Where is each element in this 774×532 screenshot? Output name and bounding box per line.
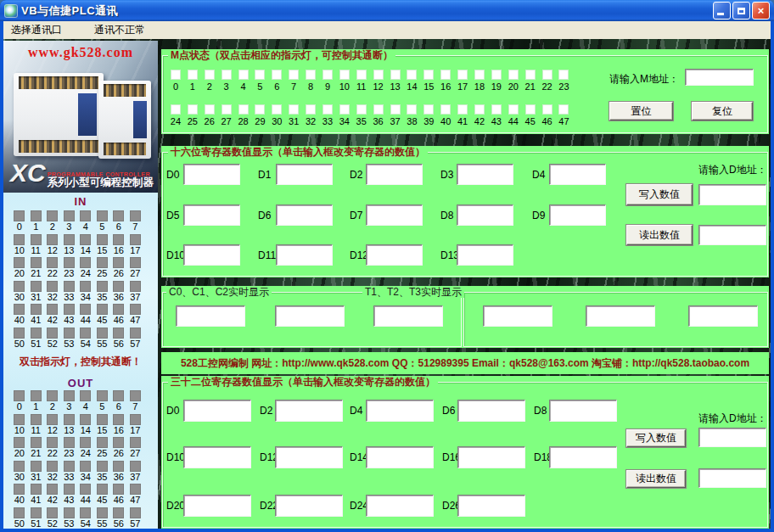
- reset-button[interactable]: 复位: [692, 102, 753, 120]
- out-indicator-light-5[interactable]: [97, 390, 108, 401]
- m-indicator-light-32[interactable]: [306, 105, 315, 114]
- m-indicator-light-12[interactable]: [374, 70, 383, 79]
- m-indicator-light-35[interactable]: [357, 105, 366, 114]
- reg32-write-button[interactable]: 写入数值: [626, 429, 686, 447]
- out-indicator-light-12[interactable]: [47, 414, 58, 425]
- out-indicator-light-51[interactable]: [31, 507, 42, 518]
- out-indicator-light-44[interactable]: [80, 484, 91, 495]
- reg32-write-address-input[interactable]: [698, 428, 766, 447]
- minimize-button[interactable]: [713, 2, 731, 20]
- m-indicator-light-17[interactable]: [458, 70, 467, 79]
- maximize-button[interactable]: [732, 2, 750, 20]
- m-indicator-light-22[interactable]: [543, 70, 552, 79]
- reg16-input-D10[interactable]: [183, 244, 240, 266]
- m-indicator-light-45[interactable]: [526, 105, 535, 114]
- out-indicator-light-20[interactable]: [14, 437, 25, 448]
- out-indicator-light-26[interactable]: [113, 437, 124, 448]
- m-indicator-light-33[interactable]: [323, 105, 332, 114]
- out-indicator-light-52[interactable]: [47, 507, 58, 518]
- reg16-input-D13[interactable]: [457, 244, 513, 266]
- m-indicator-light-44[interactable]: [509, 105, 518, 114]
- display-t3[interactable]: [688, 305, 758, 327]
- in-indicator-light-26[interactable]: [113, 257, 124, 268]
- in-indicator-light-11[interactable]: [31, 234, 42, 245]
- m-indicator-light-10[interactable]: [340, 70, 349, 79]
- in-indicator-light-41[interactable]: [31, 304, 42, 315]
- m-indicator-light-26[interactable]: [205, 105, 214, 114]
- out-indicator-light-34[interactable]: [80, 461, 91, 472]
- out-indicator-light-7[interactable]: [130, 390, 141, 401]
- in-indicator-light-27[interactable]: [130, 257, 141, 268]
- out-indicator-light-30[interactable]: [14, 461, 25, 472]
- m-indicator-light-1[interactable]: [188, 70, 197, 79]
- reg32-read-address-input[interactable]: [698, 468, 766, 488]
- m-indicator-light-9[interactable]: [323, 70, 332, 79]
- m-indicator-light-23[interactable]: [559, 70, 568, 79]
- m-indicator-light-36[interactable]: [374, 105, 383, 114]
- in-indicator-light-25[interactable]: [97, 257, 108, 268]
- out-indicator-light-33[interactable]: [64, 461, 75, 472]
- out-indicator-light-55[interactable]: [97, 507, 108, 518]
- out-indicator-light-2[interactable]: [47, 390, 58, 401]
- m-indicator-light-46[interactable]: [543, 105, 552, 114]
- out-indicator-light-3[interactable]: [64, 390, 75, 401]
- out-indicator-light-46[interactable]: [113, 484, 124, 495]
- m-indicator-light-31[interactable]: [289, 105, 298, 114]
- out-indicator-light-1[interactable]: [31, 390, 42, 401]
- out-indicator-light-50[interactable]: [14, 507, 25, 518]
- m-indicator-light-40[interactable]: [441, 105, 450, 114]
- in-indicator-light-53[interactable]: [64, 328, 75, 339]
- m-indicator-light-21[interactable]: [526, 70, 535, 79]
- display-c2[interactable]: [373, 305, 443, 327]
- reg16-input-D7[interactable]: [366, 204, 423, 226]
- reg16-input-D12[interactable]: [366, 244, 423, 266]
- m-indicator-light-6[interactable]: [272, 70, 281, 79]
- in-indicator-light-12[interactable]: [47, 234, 58, 245]
- reg32-input-D6[interactable]: [457, 400, 525, 422]
- m-indicator-light-3[interactable]: [222, 70, 231, 79]
- m-indicator-light-13[interactable]: [391, 70, 400, 79]
- menu-item-comm-status[interactable]: 通讯不正常: [88, 21, 151, 39]
- out-indicator-light-43[interactable]: [64, 484, 75, 495]
- reg16-write-button[interactable]: 写入数值: [626, 184, 693, 205]
- out-indicator-light-4[interactable]: [80, 390, 91, 401]
- reg16-input-D6[interactable]: [276, 204, 333, 226]
- reg32-input-D4[interactable]: [366, 400, 434, 422]
- out-indicator-light-15[interactable]: [97, 414, 108, 425]
- out-indicator-light-56[interactable]: [113, 507, 124, 518]
- out-indicator-light-31[interactable]: [31, 461, 42, 472]
- m-indicator-light-18[interactable]: [475, 70, 484, 79]
- reg32-input-D8[interactable]: [549, 400, 617, 422]
- in-indicator-light-50[interactable]: [14, 328, 25, 339]
- out-indicator-light-47[interactable]: [130, 484, 141, 495]
- m-indicator-light-15[interactable]: [424, 70, 433, 79]
- reg32-input-D26[interactable]: [457, 495, 525, 517]
- in-indicator-light-30[interactable]: [14, 281, 25, 292]
- out-indicator-light-54[interactable]: [80, 507, 91, 518]
- out-indicator-light-37[interactable]: [130, 461, 141, 472]
- in-indicator-light-23[interactable]: [64, 257, 75, 268]
- display-c1[interactable]: [275, 305, 345, 327]
- reg32-input-D16[interactable]: [457, 446, 525, 468]
- in-indicator-light-4[interactable]: [80, 210, 91, 221]
- in-indicator-light-21[interactable]: [31, 257, 42, 268]
- in-indicator-light-54[interactable]: [80, 328, 91, 339]
- m-indicator-light-16[interactable]: [441, 70, 450, 79]
- out-indicator-light-13[interactable]: [64, 414, 75, 425]
- out-indicator-light-16[interactable]: [113, 414, 124, 425]
- m-indicator-light-43[interactable]: [492, 105, 501, 114]
- reg16-input-D9[interactable]: [549, 204, 606, 226]
- out-indicator-light-32[interactable]: [47, 461, 58, 472]
- reg16-input-D8[interactable]: [457, 204, 513, 226]
- out-indicator-light-0[interactable]: [14, 390, 25, 401]
- in-indicator-light-52[interactable]: [47, 328, 58, 339]
- m-indicator-light-34[interactable]: [340, 105, 349, 114]
- m-indicator-light-38[interactable]: [407, 105, 416, 114]
- out-indicator-light-6[interactable]: [113, 390, 124, 401]
- in-indicator-light-24[interactable]: [80, 257, 91, 268]
- out-indicator-light-35[interactable]: [97, 461, 108, 472]
- reg32-input-D0[interactable]: [183, 400, 251, 422]
- display-t1[interactable]: [483, 305, 552, 327]
- out-indicator-light-23[interactable]: [64, 437, 75, 448]
- m-indicator-light-25[interactable]: [188, 105, 197, 114]
